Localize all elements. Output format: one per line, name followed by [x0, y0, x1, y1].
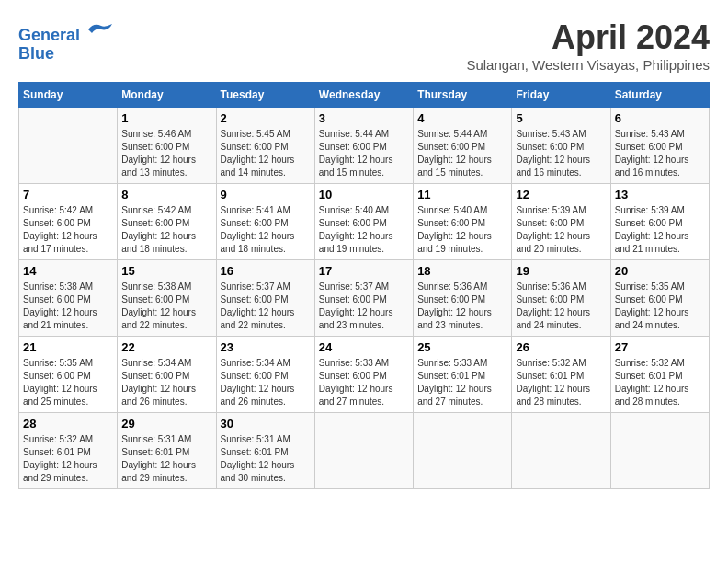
day-number: 12 — [516, 188, 606, 201]
day-info: Sunrise: 5:45 AM Sunset: 6:00 PM Dayligh… — [221, 128, 311, 179]
calendar-cell: 12Sunrise: 5:39 AM Sunset: 6:00 PM Dayli… — [512, 184, 610, 260]
calendar-week-row: 14Sunrise: 5:38 AM Sunset: 6:00 PM Dayli… — [19, 260, 710, 337]
weekday-header: Friday — [512, 83, 610, 108]
calendar-week-row: 28Sunrise: 5:32 AM Sunset: 6:01 PM Dayli… — [19, 413, 710, 489]
day-number: 22 — [121, 340, 211, 354]
day-number: 8 — [121, 188, 211, 201]
location-text: Sulangan, Western Visayas, Philippines — [466, 57, 710, 73]
day-info: Sunrise: 5:37 AM Sunset: 6:00 PM Dayligh… — [319, 281, 409, 332]
weekday-header: Sunday — [19, 83, 118, 108]
calendar-cell: 27Sunrise: 5:32 AM Sunset: 6:01 PM Dayli… — [610, 337, 709, 413]
weekday-row: SundayMondayTuesdayWednesdayThursdayFrid… — [19, 83, 710, 108]
calendar-cell: 10Sunrise: 5:40 AM Sunset: 6:00 PM Dayli… — [314, 184, 413, 260]
title-section: April 2024 Sulangan, Western Visayas, Ph… — [466, 18, 710, 73]
day-number: 4 — [417, 111, 507, 125]
calendar-week-row: 7Sunrise: 5:42 AM Sunset: 6:00 PM Daylig… — [19, 184, 710, 260]
calendar-cell: 28Sunrise: 5:32 AM Sunset: 6:01 PM Dayli… — [19, 413, 118, 489]
day-info: Sunrise: 5:41 AM Sunset: 6:00 PM Dayligh… — [221, 204, 311, 256]
day-number: 23 — [221, 340, 311, 354]
day-info: Sunrise: 5:36 AM Sunset: 6:00 PM Dayligh… — [516, 281, 606, 332]
calendar-cell: 2Sunrise: 5:45 AM Sunset: 6:00 PM Daylig… — [216, 108, 314, 184]
logo-text-general: General — [18, 26, 80, 44]
day-number: 17 — [319, 264, 409, 278]
calendar-week-row: 21Sunrise: 5:35 AM Sunset: 6:00 PM Dayli… — [19, 337, 710, 413]
day-info: Sunrise: 5:42 AM Sunset: 6:00 PM Dayligh… — [23, 204, 113, 256]
day-info: Sunrise: 5:43 AM Sunset: 6:00 PM Dayligh… — [615, 128, 705, 179]
day-number: 16 — [221, 264, 311, 278]
calendar-cell — [414, 413, 512, 489]
calendar-cell: 13Sunrise: 5:39 AM Sunset: 6:00 PM Dayli… — [610, 184, 709, 260]
day-number: 21 — [23, 340, 113, 354]
day-info: Sunrise: 5:37 AM Sunset: 6:00 PM Dayligh… — [221, 281, 311, 332]
day-info: Sunrise: 5:40 AM Sunset: 6:00 PM Dayligh… — [319, 204, 409, 256]
calendar-cell: 23Sunrise: 5:34 AM Sunset: 6:00 PM Dayli… — [216, 337, 314, 413]
day-number: 25 — [417, 340, 507, 354]
calendar-cell: 8Sunrise: 5:42 AM Sunset: 6:00 PM Daylig… — [118, 184, 216, 260]
calendar-cell: 7Sunrise: 5:42 AM Sunset: 6:00 PM Daylig… — [19, 184, 118, 260]
day-info: Sunrise: 5:40 AM Sunset: 6:00 PM Dayligh… — [417, 204, 507, 256]
day-number: 3 — [319, 111, 409, 125]
day-info: Sunrise: 5:42 AM Sunset: 6:00 PM Dayligh… — [121, 204, 211, 256]
calendar-cell: 21Sunrise: 5:35 AM Sunset: 6:00 PM Dayli… — [19, 337, 118, 413]
day-info: Sunrise: 5:44 AM Sunset: 6:00 PM Dayligh… — [417, 128, 507, 179]
day-info: Sunrise: 5:31 AM Sunset: 6:01 PM Dayligh… — [121, 433, 211, 485]
day-info: Sunrise: 5:31 AM Sunset: 6:01 PM Dayligh… — [221, 433, 311, 485]
calendar-table: SundayMondayTuesdayWednesdayThursdayFrid… — [18, 82, 710, 489]
calendar-cell: 3Sunrise: 5:44 AM Sunset: 6:00 PM Daylig… — [314, 108, 413, 184]
day-number: 18 — [417, 264, 507, 278]
calendar-week-row: 1Sunrise: 5:46 AM Sunset: 6:00 PM Daylig… — [19, 108, 710, 184]
calendar-cell: 11Sunrise: 5:40 AM Sunset: 6:00 PM Dayli… — [414, 184, 512, 260]
day-info: Sunrise: 5:38 AM Sunset: 6:00 PM Dayligh… — [121, 281, 211, 332]
logo: General Blue — [18, 18, 114, 63]
calendar-cell: 5Sunrise: 5:43 AM Sunset: 6:00 PM Daylig… — [512, 108, 610, 184]
day-number: 28 — [23, 417, 113, 431]
calendar-cell — [512, 413, 610, 489]
day-info: Sunrise: 5:44 AM Sunset: 6:00 PM Dayligh… — [319, 128, 409, 179]
day-number: 13 — [615, 188, 705, 201]
calendar-cell: 24Sunrise: 5:33 AM Sunset: 6:00 PM Dayli… — [314, 337, 413, 413]
day-number: 29 — [121, 417, 211, 431]
day-number: 7 — [23, 188, 113, 201]
day-number: 10 — [319, 188, 409, 201]
day-number: 1 — [121, 111, 211, 125]
day-info: Sunrise: 5:43 AM Sunset: 6:00 PM Dayligh… — [516, 128, 606, 179]
day-number: 30 — [221, 417, 311, 431]
calendar-cell — [610, 413, 709, 489]
day-info: Sunrise: 5:38 AM Sunset: 6:00 PM Dayligh… — [23, 281, 113, 332]
day-info: Sunrise: 5:32 AM Sunset: 6:01 PM Dayligh… — [516, 357, 606, 408]
day-number: 15 — [121, 264, 211, 278]
day-info: Sunrise: 5:34 AM Sunset: 6:00 PM Dayligh… — [121, 357, 211, 408]
calendar-cell: 6Sunrise: 5:43 AM Sunset: 6:00 PM Daylig… — [610, 108, 709, 184]
calendar-cell: 29Sunrise: 5:31 AM Sunset: 6:01 PM Dayli… — [118, 413, 216, 489]
day-number: 24 — [319, 340, 409, 354]
day-number: 26 — [516, 340, 606, 354]
day-number: 5 — [516, 111, 606, 125]
day-number: 6 — [615, 111, 705, 125]
logo-bird-icon — [86, 18, 114, 40]
calendar-cell — [19, 108, 118, 184]
calendar-cell: 22Sunrise: 5:34 AM Sunset: 6:00 PM Dayli… — [118, 337, 216, 413]
calendar-cell: 16Sunrise: 5:37 AM Sunset: 6:00 PM Dayli… — [216, 260, 314, 337]
day-info: Sunrise: 5:32 AM Sunset: 6:01 PM Dayligh… — [615, 357, 705, 408]
calendar-body: 1Sunrise: 5:46 AM Sunset: 6:00 PM Daylig… — [19, 108, 710, 489]
day-info: Sunrise: 5:36 AM Sunset: 6:00 PM Dayligh… — [417, 281, 507, 332]
calendar-cell: 18Sunrise: 5:36 AM Sunset: 6:00 PM Dayli… — [414, 260, 512, 337]
calendar-cell: 25Sunrise: 5:33 AM Sunset: 6:01 PM Dayli… — [414, 337, 512, 413]
day-info: Sunrise: 5:35 AM Sunset: 6:00 PM Dayligh… — [615, 281, 705, 332]
weekday-header: Wednesday — [314, 83, 413, 108]
weekday-header: Thursday — [414, 83, 512, 108]
calendar-cell: 20Sunrise: 5:35 AM Sunset: 6:00 PM Dayli… — [610, 260, 709, 337]
calendar-cell: 15Sunrise: 5:38 AM Sunset: 6:00 PM Dayli… — [118, 260, 216, 337]
day-info: Sunrise: 5:33 AM Sunset: 6:00 PM Dayligh… — [319, 357, 409, 408]
calendar-header: SundayMondayTuesdayWednesdayThursdayFrid… — [19, 83, 710, 108]
day-number: 2 — [221, 111, 311, 125]
day-number: 14 — [23, 264, 113, 278]
month-title: April 2024 — [466, 18, 710, 57]
logo-text-blue: Blue — [18, 44, 54, 63]
calendar-cell: 19Sunrise: 5:36 AM Sunset: 6:00 PM Dayli… — [512, 260, 610, 337]
calendar-cell: 4Sunrise: 5:44 AM Sunset: 6:00 PM Daylig… — [414, 108, 512, 184]
calendar-cell — [314, 413, 413, 489]
calendar-cell: 30Sunrise: 5:31 AM Sunset: 6:01 PM Dayli… — [216, 413, 314, 489]
calendar-cell: 9Sunrise: 5:41 AM Sunset: 6:00 PM Daylig… — [216, 184, 314, 260]
day-info: Sunrise: 5:35 AM Sunset: 6:00 PM Dayligh… — [23, 357, 113, 408]
